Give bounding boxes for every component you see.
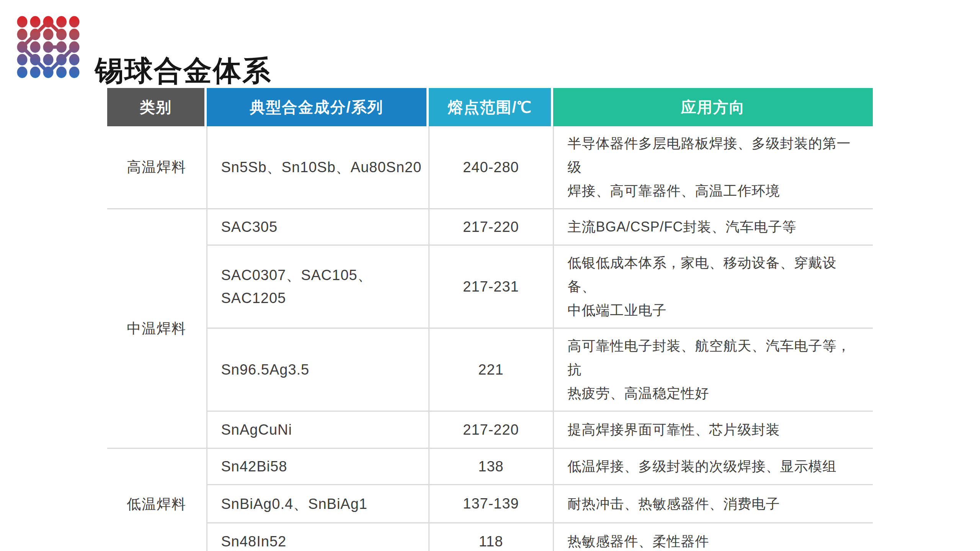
dot-grid-circuit-logo-icon <box>15 15 81 79</box>
category-cell: 高温焊料 <box>107 126 207 209</box>
alloy-table: 类别 典型合金成分/系列 熔点范围/℃ 应用方向 高温焊料 Sn5Sb、Sn10… <box>107 88 873 551</box>
category-cell: 中温焊料 <box>107 209 207 448</box>
header-category: 类别 <box>107 88 207 126</box>
melting-cell: 138 <box>429 448 553 485</box>
melting-cell: 217-231 <box>429 245 553 328</box>
table-row: Sn48In52 118 热敏感器件、柔性器件 <box>107 523 873 551</box>
header-application: 应用方向 <box>553 88 873 126</box>
table-row: 中温焊料 SAC305 217-220 主流BGA/CSP/FC封装、汽车电子等 <box>107 209 873 245</box>
alloy-cell: SnAgCuNi <box>207 411 429 448</box>
slide: 锡球合金体系 类别 典型合金成分/系列 熔点范围/℃ 应用方向 高温焊料 Sn5… <box>0 0 980 551</box>
table-row: SnBiAg0.4、SnBiAg1 137-139 耐热冲击、热敏感器件、消费电… <box>107 485 873 523</box>
header-alloy: 典型合金成分/系列 <box>207 88 429 126</box>
application-cell: 提高焊接界面可靠性、芯片级封装 <box>553 411 873 448</box>
table-header-row: 类别 典型合金成分/系列 熔点范围/℃ 应用方向 <box>107 88 873 126</box>
table-row: 高温焊料 Sn5Sb、Sn10Sb、Au80Sn20 240-280 半导体器件… <box>107 126 873 209</box>
melting-cell: 118 <box>429 523 553 551</box>
table-row: SAC0307、SAC105、 SAC1205 217-231 低银低成本体系，… <box>107 245 873 328</box>
category-cell: 低温焊料 <box>107 448 207 551</box>
melting-cell: 221 <box>429 328 553 411</box>
alloy-cell: Sn96.5Ag3.5 <box>207 328 429 411</box>
application-cell: 主流BGA/CSP/FC封装、汽车电子等 <box>553 209 873 245</box>
alloy-cell: SnBiAg0.4、SnBiAg1 <box>207 485 429 523</box>
melting-cell: 240-280 <box>429 126 553 209</box>
alloy-cell: Sn48In52 <box>207 523 429 551</box>
alloy-cell: SAC305 <box>207 209 429 245</box>
header-melting: 熔点范围/℃ <box>429 88 553 126</box>
melting-cell: 217-220 <box>429 411 553 448</box>
alloy-cell: Sn5Sb、Sn10Sb、Au80Sn20 <box>207 126 429 209</box>
application-cell: 低银低成本体系，家电、移动设备、穿戴设备、 中低端工业电子 <box>553 245 873 328</box>
table-row: Sn96.5Ag3.5 221 高可靠性电子封装、航空航天、汽车电子等，抗 热疲… <box>107 328 873 411</box>
alloy-cell: Sn42Bi58 <box>207 448 429 485</box>
melting-cell: 137-139 <box>429 485 553 523</box>
melting-cell: 217-220 <box>429 209 553 245</box>
page-title: 锡球合金体系 <box>95 57 272 85</box>
application-cell: 低温焊接、多级封装的次级焊接、显示模组 <box>553 448 873 485</box>
application-cell: 耐热冲击、热敏感器件、消费电子 <box>553 485 873 523</box>
application-cell: 热敏感器件、柔性器件 <box>553 523 873 551</box>
alloy-cell: SAC0307、SAC105、 SAC1205 <box>207 245 429 328</box>
application-cell: 高可靠性电子封装、航空航天、汽车电子等，抗 热疲劳、高温稳定性好 <box>553 328 873 411</box>
table-body: 高温焊料 Sn5Sb、Sn10Sb、Au80Sn20 240-280 半导体器件… <box>107 126 873 551</box>
application-cell: 半导体器件多层电路板焊接、多级封装的第一级 焊接、高可靠器件、高温工作环境 <box>553 126 873 209</box>
table-row: SnAgCuNi 217-220 提高焊接界面可靠性、芯片级封装 <box>107 411 873 448</box>
table-row: 低温焊料 Sn42Bi58 138 低温焊接、多级封装的次级焊接、显示模组 <box>107 448 873 485</box>
